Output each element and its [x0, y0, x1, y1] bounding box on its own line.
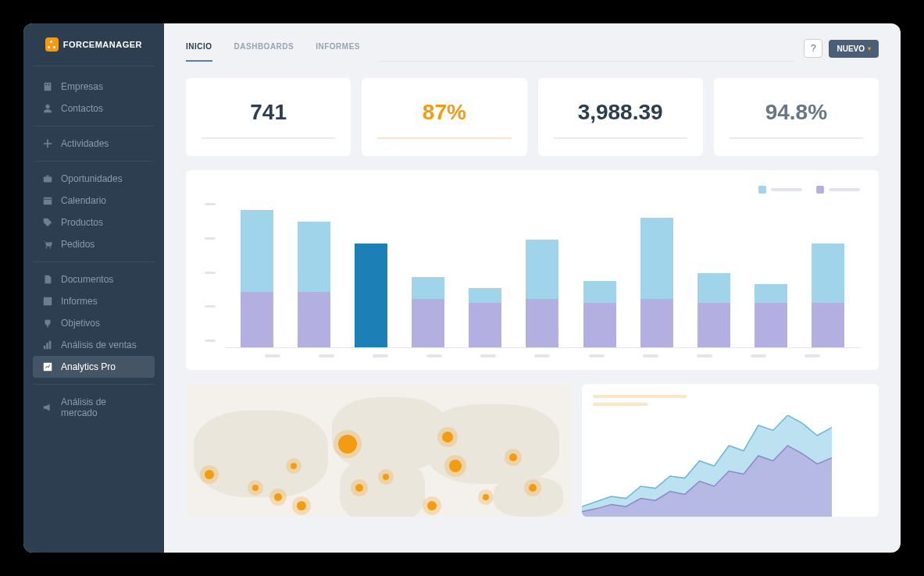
sidebar-item-análisis-de-ventas[interactable]: Análisis de ventas — [33, 334, 155, 356]
map-hotspot — [297, 501, 306, 510]
sidebar-item-objetivos[interactable]: Objetivos — [33, 312, 155, 334]
svg-rect-4 — [44, 176, 52, 182]
svg-rect-5 — [44, 197, 52, 205]
help-button[interactable]: ? — [804, 39, 822, 58]
sidebar-item-label: Objetivos — [61, 318, 100, 329]
header-actions: ? NUEVO ▾ — [804, 39, 879, 64]
sidebar-item-analytics-pro[interactable]: Analytics Pro — [33, 356, 155, 378]
sidebar-item-análisis-de-mercado[interactable]: Análisis de mercado — [33, 391, 155, 424]
tab-informes[interactable]: INFORMES — [316, 42, 360, 62]
bar — [755, 284, 787, 347]
tag-icon — [42, 217, 53, 228]
bar — [583, 281, 616, 348]
world-map — [186, 384, 571, 517]
chevron-down-icon: ▾ — [868, 45, 871, 52]
map-card — [186, 384, 571, 517]
plus-icon — [42, 138, 53, 149]
map-hotspot — [338, 435, 357, 453]
sidebar-item-actividades[interactable]: Actividades — [33, 133, 155, 155]
sidebar-item-pedidos[interactable]: Pedidos — [33, 233, 155, 255]
bar — [469, 288, 501, 347]
app-window: FORCEMANAGER EmpresasContactosActividade… — [23, 23, 901, 553]
sidebar-item-label: Análisis de ventas — [61, 340, 137, 350]
bar — [241, 210, 273, 347]
map-hotspot — [483, 494, 489, 500]
bar — [412, 277, 444, 347]
map-hotspot — [427, 501, 437, 510]
bar — [812, 244, 844, 347]
kpi-value: 741 — [202, 100, 335, 125]
legend-swatch-icon — [816, 186, 824, 194]
svg-rect-11 — [49, 341, 52, 350]
area-chart-card — [582, 384, 879, 517]
svg-rect-2 — [48, 84, 50, 86]
bar-chart-card — [186, 170, 879, 370]
sidebar-item-productos[interactable]: Productos — [33, 212, 155, 233]
sidebar-item-calendario[interactable]: Calendario — [33, 190, 155, 212]
kpi-value: 87% — [377, 100, 511, 125]
cart-icon — [42, 239, 53, 250]
bottom-row — [186, 384, 879, 517]
svg-rect-10 — [46, 343, 48, 349]
sidebar-item-label: Analytics Pro — [61, 361, 116, 372]
map-hotspot — [205, 470, 214, 479]
sidebar-item-informes[interactable]: Informes — [33, 290, 155, 312]
briefcase-icon — [42, 173, 53, 184]
tab-inicio[interactable]: INICIO — [186, 42, 212, 62]
sidebar-item-contactos[interactable]: Contactos — [33, 98, 155, 119]
sidebar-item-label: Documentos — [61, 274, 113, 285]
tabs: INICIODASHBOARDSINFORMES — [186, 42, 360, 62]
y-axis — [205, 200, 216, 357]
bar — [697, 273, 730, 347]
sidebar-item-label: Pedidos — [61, 239, 95, 250]
map-hotspot — [509, 453, 517, 461]
main-content: INICIODASHBOARDSINFORMES ? NUEVO ▾ 74187… — [164, 23, 901, 553]
new-button[interactable]: NUEVO ▾ — [829, 40, 879, 58]
svg-rect-9 — [44, 346, 46, 349]
sidebar-item-oportunidades[interactable]: Oportunidades — [33, 168, 155, 190]
kpi-card: 87% — [362, 78, 526, 156]
megaphone-icon — [42, 402, 53, 413]
chart-subtitle-placeholder — [593, 403, 648, 406]
bar — [526, 240, 558, 347]
map-hotspot — [252, 485, 259, 491]
sidebar-item-label: Contactos — [61, 103, 103, 114]
svg-rect-0 — [45, 83, 52, 91]
sidebar-item-label: Actividades — [61, 138, 109, 149]
map-hotspot — [355, 484, 363, 492]
map-hotspot — [529, 484, 537, 492]
tab-dashboards[interactable]: DASHBOARDS — [234, 42, 294, 62]
building-icon — [42, 81, 53, 92]
kpi-card: 94.8% — [714, 78, 879, 156]
sidebar-item-label: Oportunidades — [61, 173, 123, 184]
bars — [225, 200, 860, 348]
calendar-icon — [42, 195, 53, 206]
sidebar: FORCEMANAGER EmpresasContactosActividade… — [23, 23, 164, 553]
chart-title-placeholder — [593, 395, 687, 398]
content-area: 74187%3,988.3994.8% — [164, 64, 901, 553]
sidebar-item-label: Calendario — [61, 195, 106, 206]
chart-legend — [205, 186, 860, 194]
file-icon — [42, 274, 53, 285]
sidebar-item-empresas[interactable]: Empresas — [33, 76, 155, 98]
kpi-value: 3,988.39 — [554, 100, 687, 125]
x-axis — [225, 348, 860, 357]
header: INICIODASHBOARDSINFORMES ? NUEVO ▾ — [164, 23, 901, 64]
legend-item — [816, 186, 860, 194]
legend-swatch-icon — [758, 186, 766, 194]
logo-icon — [45, 37, 59, 52]
user-icon — [42, 103, 53, 114]
bar — [355, 244, 387, 347]
area-chart — [582, 415, 832, 517]
sidebar-item-documentos[interactable]: Documentos — [33, 268, 155, 290]
map-hotspot — [274, 493, 282, 501]
bar — [640, 218, 673, 347]
brand-name: FORCEMANAGER — [63, 40, 142, 49]
sidebar-item-label: Productos — [61, 217, 103, 228]
brand-logo: FORCEMANAGER — [33, 37, 155, 66]
analytics-icon — [42, 361, 53, 372]
chart-icon — [42, 296, 53, 307]
legend-item — [758, 186, 802, 194]
kpi-value: 94.8% — [730, 100, 863, 125]
trophy-icon — [42, 318, 53, 329]
